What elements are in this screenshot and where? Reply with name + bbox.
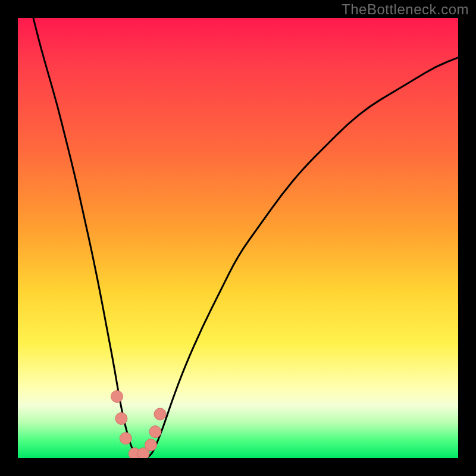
curve-marker (145, 439, 157, 451)
plot-area (18, 18, 458, 458)
curve-marker (111, 390, 123, 402)
bottleneck-curve-path (33, 18, 458, 458)
curve-marker (120, 433, 131, 444)
bottleneck-curve-svg (18, 18, 458, 458)
curve-marker (154, 408, 166, 420)
chart-frame: TheBottleneck.com (0, 0, 476, 476)
watermark-text: TheBottleneck.com (342, 1, 469, 18)
curve-markers (111, 390, 167, 458)
curve-marker (149, 426, 161, 438)
curve-marker (115, 412, 127, 424)
